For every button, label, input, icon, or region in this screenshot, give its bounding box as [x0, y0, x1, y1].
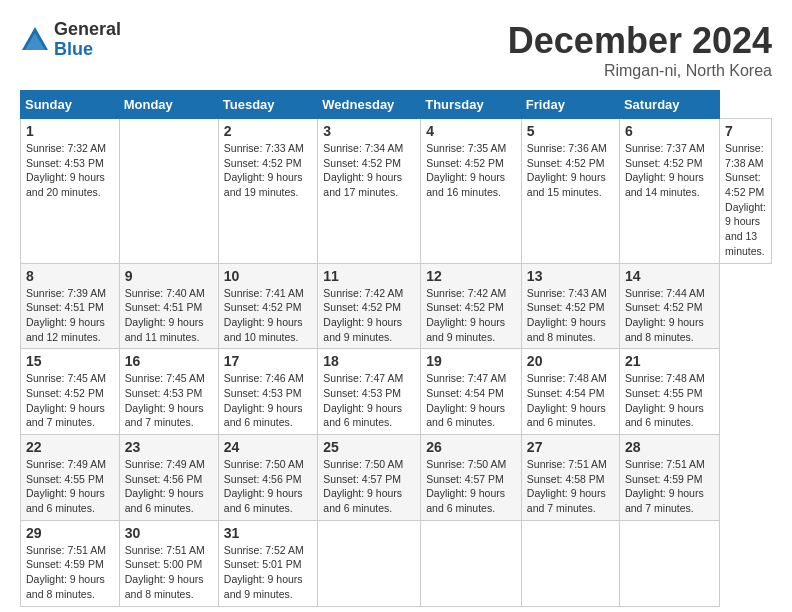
calendar-day-cell: 13 Sunrise: 7:43 AMSunset: 4:52 PMDaylig… — [521, 263, 619, 349]
location: Rimgan-ni, North Korea — [508, 62, 772, 80]
day-number: 4 — [426, 123, 516, 139]
day-info: Sunrise: 7:49 AMSunset: 4:56 PMDaylight:… — [125, 457, 213, 516]
day-info: Sunrise: 7:42 AMSunset: 4:52 PMDaylight:… — [426, 286, 516, 345]
day-info: Sunrise: 7:50 AMSunset: 4:57 PMDaylight:… — [426, 457, 516, 516]
day-number: 24 — [224, 439, 313, 455]
calendar-day-cell: 16 Sunrise: 7:45 AMSunset: 4:53 PMDaylig… — [119, 349, 218, 435]
calendar-day-cell: 27 Sunrise: 7:51 AMSunset: 4:58 PMDaylig… — [521, 435, 619, 521]
day-info: Sunrise: 7:51 AMSunset: 5:00 PMDaylight:… — [125, 543, 213, 602]
day-of-week-header: Tuesday — [218, 91, 318, 119]
day-info: Sunrise: 7:49 AMSunset: 4:55 PMDaylight:… — [26, 457, 114, 516]
day-of-week-header: Friday — [521, 91, 619, 119]
logo: General Blue — [20, 20, 121, 60]
day-number: 19 — [426, 353, 516, 369]
calendar-day-cell: 23 Sunrise: 7:49 AMSunset: 4:56 PMDaylig… — [119, 435, 218, 521]
day-number: 9 — [125, 268, 213, 284]
day-number: 23 — [125, 439, 213, 455]
logo-blue: Blue — [54, 40, 121, 60]
day-of-week-header: Wednesday — [318, 91, 421, 119]
calendar-week-row: 29 Sunrise: 7:51 AMSunset: 4:59 PMDaylig… — [21, 520, 772, 606]
day-number: 6 — [625, 123, 714, 139]
day-number: 14 — [625, 268, 714, 284]
day-info: Sunrise: 7:45 AMSunset: 4:53 PMDaylight:… — [125, 371, 213, 430]
day-number: 13 — [527, 268, 614, 284]
calendar-day-cell: 4 Sunrise: 7:35 AMSunset: 4:52 PMDayligh… — [421, 119, 522, 264]
calendar-day-cell: 1 Sunrise: 7:32 AMSunset: 4:53 PMDayligh… — [21, 119, 120, 264]
calendar-day-cell: 21 Sunrise: 7:48 AMSunset: 4:55 PMDaylig… — [619, 349, 719, 435]
day-number: 5 — [527, 123, 614, 139]
day-number: 31 — [224, 525, 313, 541]
day-of-week-header: Thursday — [421, 91, 522, 119]
calendar-week-row: 15 Sunrise: 7:45 AMSunset: 4:52 PMDaylig… — [21, 349, 772, 435]
calendar-day-cell: 18 Sunrise: 7:47 AMSunset: 4:53 PMDaylig… — [318, 349, 421, 435]
day-info: Sunrise: 7:38 AMSunset: 4:52 PMDaylight:… — [725, 141, 766, 259]
day-info: Sunrise: 7:48 AMSunset: 4:55 PMDaylight:… — [625, 371, 714, 430]
day-number: 17 — [224, 353, 313, 369]
calendar-day-cell: 15 Sunrise: 7:45 AMSunset: 4:52 PMDaylig… — [21, 349, 120, 435]
logo-icon — [20, 25, 50, 55]
calendar-day-cell: 14 Sunrise: 7:44 AMSunset: 4:52 PMDaylig… — [619, 263, 719, 349]
day-number: 18 — [323, 353, 415, 369]
day-of-week-header: Monday — [119, 91, 218, 119]
day-number: 12 — [426, 268, 516, 284]
day-info: Sunrise: 7:34 AMSunset: 4:52 PMDaylight:… — [323, 141, 415, 200]
day-info: Sunrise: 7:37 AMSunset: 4:52 PMDaylight:… — [625, 141, 714, 200]
day-number: 11 — [323, 268, 415, 284]
calendar-day-cell: 10 Sunrise: 7:41 AMSunset: 4:52 PMDaylig… — [218, 263, 318, 349]
day-number: 28 — [625, 439, 714, 455]
month-title: December 2024 — [508, 20, 772, 62]
day-number: 10 — [224, 268, 313, 284]
logo-general: General — [54, 20, 121, 40]
day-info: Sunrise: 7:42 AMSunset: 4:52 PMDaylight:… — [323, 286, 415, 345]
day-info: Sunrise: 7:50 AMSunset: 4:57 PMDaylight:… — [323, 457, 415, 516]
day-number: 1 — [26, 123, 114, 139]
calendar-day-cell: 17 Sunrise: 7:46 AMSunset: 4:53 PMDaylig… — [218, 349, 318, 435]
calendar-day-cell: 20 Sunrise: 7:48 AMSunset: 4:54 PMDaylig… — [521, 349, 619, 435]
day-of-week-header: Saturday — [619, 91, 719, 119]
day-number: 15 — [26, 353, 114, 369]
day-number: 26 — [426, 439, 516, 455]
day-info: Sunrise: 7:39 AMSunset: 4:51 PMDaylight:… — [26, 286, 114, 345]
calendar-day-cell — [318, 520, 421, 606]
day-info: Sunrise: 7:47 AMSunset: 4:54 PMDaylight:… — [426, 371, 516, 430]
calendar-day-cell: 31 Sunrise: 7:52 AMSunset: 5:01 PMDaylig… — [218, 520, 318, 606]
calendar-day-cell — [119, 119, 218, 264]
calendar-day-cell: 12 Sunrise: 7:42 AMSunset: 4:52 PMDaylig… — [421, 263, 522, 349]
calendar-day-cell: 3 Sunrise: 7:34 AMSunset: 4:52 PMDayligh… — [318, 119, 421, 264]
calendar-week-row: 22 Sunrise: 7:49 AMSunset: 4:55 PMDaylig… — [21, 435, 772, 521]
calendar-day-cell: 29 Sunrise: 7:51 AMSunset: 4:59 PMDaylig… — [21, 520, 120, 606]
day-info: Sunrise: 7:44 AMSunset: 4:52 PMDaylight:… — [625, 286, 714, 345]
day-info: Sunrise: 7:43 AMSunset: 4:52 PMDaylight:… — [527, 286, 614, 345]
logo-text: General Blue — [54, 20, 121, 60]
calendar-day-cell: 8 Sunrise: 7:39 AMSunset: 4:51 PMDayligh… — [21, 263, 120, 349]
calendar-table: SundayMondayTuesdayWednesdayThursdayFrid… — [20, 90, 772, 607]
day-number: 2 — [224, 123, 313, 139]
day-number: 29 — [26, 525, 114, 541]
day-number: 8 — [26, 268, 114, 284]
calendar-day-cell: 25 Sunrise: 7:50 AMSunset: 4:57 PMDaylig… — [318, 435, 421, 521]
day-info: Sunrise: 7:45 AMSunset: 4:52 PMDaylight:… — [26, 371, 114, 430]
calendar-week-row: 8 Sunrise: 7:39 AMSunset: 4:51 PMDayligh… — [21, 263, 772, 349]
calendar-day-cell: 7 Sunrise: 7:38 AMSunset: 4:52 PMDayligh… — [720, 119, 772, 264]
calendar-day-cell: 22 Sunrise: 7:49 AMSunset: 4:55 PMDaylig… — [21, 435, 120, 521]
calendar-day-cell: 11 Sunrise: 7:42 AMSunset: 4:52 PMDaylig… — [318, 263, 421, 349]
day-info: Sunrise: 7:35 AMSunset: 4:52 PMDaylight:… — [426, 141, 516, 200]
day-info: Sunrise: 7:48 AMSunset: 4:54 PMDaylight:… — [527, 371, 614, 430]
day-info: Sunrise: 7:36 AMSunset: 4:52 PMDaylight:… — [527, 141, 614, 200]
day-info: Sunrise: 7:33 AMSunset: 4:52 PMDaylight:… — [224, 141, 313, 200]
calendar-day-cell: 19 Sunrise: 7:47 AMSunset: 4:54 PMDaylig… — [421, 349, 522, 435]
day-info: Sunrise: 7:51 AMSunset: 4:59 PMDaylight:… — [625, 457, 714, 516]
day-number: 21 — [625, 353, 714, 369]
calendar-day-cell: 5 Sunrise: 7:36 AMSunset: 4:52 PMDayligh… — [521, 119, 619, 264]
calendar-day-cell — [421, 520, 522, 606]
calendar-day-cell: 26 Sunrise: 7:50 AMSunset: 4:57 PMDaylig… — [421, 435, 522, 521]
calendar-header-row: SundayMondayTuesdayWednesdayThursdayFrid… — [21, 91, 772, 119]
day-number: 7 — [725, 123, 766, 139]
page-header: General Blue December 2024 Rimgan-ni, No… — [20, 20, 772, 80]
day-info: Sunrise: 7:51 AMSunset: 4:58 PMDaylight:… — [527, 457, 614, 516]
day-number: 20 — [527, 353, 614, 369]
calendar-week-row: 1 Sunrise: 7:32 AMSunset: 4:53 PMDayligh… — [21, 119, 772, 264]
day-info: Sunrise: 7:52 AMSunset: 5:01 PMDaylight:… — [224, 543, 313, 602]
day-number: 27 — [527, 439, 614, 455]
calendar-day-cell: 30 Sunrise: 7:51 AMSunset: 5:00 PMDaylig… — [119, 520, 218, 606]
